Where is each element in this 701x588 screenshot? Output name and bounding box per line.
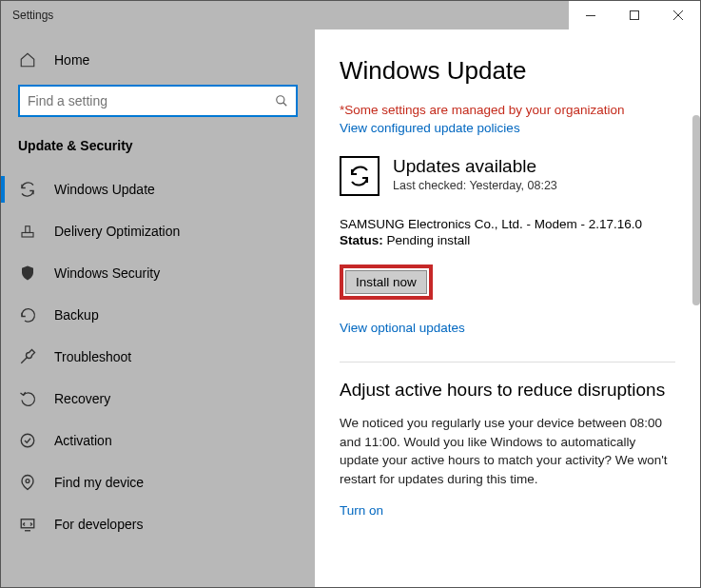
svg-rect-7 [26,226,30,233]
nav-label: Delivery Optimization [54,224,180,239]
view-policies-link[interactable]: View configured update policies [340,121,675,135]
location-icon [18,473,37,492]
status-value: Pending install [383,233,471,247]
sync-icon [18,180,37,199]
sidebar-item-windows-security[interactable]: Windows Security [1,252,315,294]
close-icon [673,10,683,20]
section-header: Update & Security [1,128,315,168]
window-controls [569,1,700,29]
pending-status: Status: Pending install [340,233,675,247]
sidebar-item-troubleshoot[interactable]: Troubleshoot [1,336,315,378]
status-label: Status: [340,233,383,247]
sidebar-item-recovery[interactable]: Recovery [1,378,315,420]
nav-label: Backup [54,307,99,323]
maximize-button[interactable] [613,1,656,29]
org-managed-notice: *Some settings are managed by your organ… [340,103,675,117]
nav-label: Windows Update [54,182,155,197]
sidebar-item-backup[interactable]: Backup [1,294,315,336]
update-status-block: Updates available Last checked: Yesterda… [340,156,675,196]
updates-available-icon [340,156,380,196]
svg-line-5 [283,103,287,107]
home-icon [18,50,37,69]
svg-rect-1 [631,11,639,20]
pending-driver-name: SAMSUNG Electronics Co., Ltd. - Modem - … [340,217,675,231]
close-button[interactable] [656,1,700,29]
install-now-button[interactable]: Install now [345,270,427,294]
window-title: Settings [12,9,53,22]
backup-icon [18,305,37,324]
search-icon [275,94,288,108]
sidebar-item-activation[interactable]: Activation [1,420,315,461]
minimize-button[interactable] [569,1,613,29]
home-nav[interactable]: Home [1,39,315,81]
svg-point-9 [21,434,34,447]
activation-icon [18,431,37,450]
nav-label: Find my device [54,475,144,490]
shield-icon [18,264,37,283]
search-input[interactable] [28,93,275,108]
content-pane: Windows Update *Some settings are manage… [315,29,700,587]
sidebar-item-delivery-optimization[interactable]: Delivery Optimization [1,210,315,252]
sidebar-item-for-developers[interactable]: For developers [1,503,315,545]
turn-on-link[interactable]: Turn on [340,503,675,518]
last-checked-text: Last checked: Yesterday, 08:23 [393,179,557,192]
svg-rect-6 [22,233,33,238]
nav-label: Windows Security [54,265,160,281]
sidebar-item-find-my-device[interactable]: Find my device [1,461,315,503]
updates-available-title: Updates available [393,156,557,177]
view-optional-updates-link[interactable]: View optional updates [340,321,675,335]
svg-point-4 [277,96,284,104]
minimize-icon [586,15,595,16]
maximize-icon [630,10,639,20]
nav-label: For developers [54,517,143,532]
search-box[interactable] [18,85,298,117]
title-bar: Settings [1,1,700,29]
active-hours-body: We noticed you regularly use your device… [340,414,675,488]
delivery-icon [18,222,37,241]
recovery-icon [18,389,37,408]
home-label: Home [54,52,89,68]
sidebar: Home Update & Security Windows Update De… [1,29,315,587]
developers-icon [18,515,37,534]
install-now-highlight: Install now [340,265,433,300]
section-divider [340,362,675,363]
scrollbar-thumb[interactable] [692,115,700,305]
wrench-icon [18,347,37,366]
active-hours-heading: Adjust active hours to reduce disruption… [340,380,675,401]
page-title: Windows Update [340,56,675,86]
nav-label: Recovery [54,391,110,406]
nav-label: Activation [54,433,112,448]
svg-rect-11 [21,519,34,528]
nav-label: Troubleshoot [54,349,131,364]
svg-point-10 [26,480,29,483]
svg-rect-0 [586,15,595,16]
sidebar-item-windows-update[interactable]: Windows Update [1,168,315,210]
